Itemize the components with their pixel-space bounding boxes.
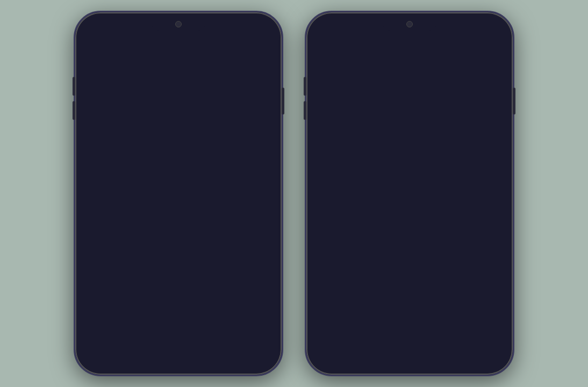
- check-icon-1: ✓: [99, 157, 104, 164]
- feature-1-text: Unthrottled, Uncapped & Unlimited Data: [106, 156, 192, 163]
- link-box: https://nomadinternet.referral-factory.c…: [322, 235, 497, 290]
- feature-3: ✓ Enterprise Level Security with WiFi 6: [99, 176, 192, 183]
- logo-rest: mad: [175, 46, 201, 60]
- svg-rect-6: [482, 252, 484, 254]
- product-info: NOMAD OMEGA: [99, 142, 154, 150]
- o-dot-2: [399, 55, 402, 58]
- phone2-desc: Copy the links below to send your friend…: [322, 112, 497, 146]
- phone-1: n mad INTERNET There's A Free Nomad Omeg…: [74, 11, 283, 376]
- phone2-referral: Once you refer 5 active referrals, your …: [322, 154, 497, 176]
- nomad-wordmark-2: n mad: [387, 46, 433, 60]
- screen-content-2: n mad INTERNET Jake, Give A Free Modem A…: [309, 15, 510, 372]
- logo-rest-2: mad: [406, 46, 432, 60]
- product-features: ✓ Unthrottled, Uncapped & Unlimited Data…: [99, 156, 192, 185]
- svg-rect-3: [484, 246, 486, 248]
- phone1-subtext: Jake invited you to Nomad Internet and h…: [91, 106, 266, 126]
- feature-1: ✓ Unthrottled, Uncapped & Unlimited Data: [99, 156, 192, 164]
- link-url: https://nomadinternet.referral-factory.c…: [331, 247, 469, 254]
- vol-down-btn-2: [304, 101, 306, 120]
- check-icon-2: ✓: [99, 167, 104, 174]
- nomad-sub-2: INTERNET: [387, 61, 433, 65]
- svg-rect-7: [485, 252, 487, 254]
- telegram-btn[interactable]: ✈: [466, 203, 487, 225]
- svg-rect-8: [482, 255, 484, 257]
- terms-checkbox[interactable]: [133, 290, 142, 299]
- twitter-btn[interactable]: 𝕏: [385, 203, 407, 225]
- logo-n-2: n: [387, 46, 395, 60]
- logo-container-2: n mad INTERNET: [322, 42, 497, 68]
- social-icons-row: f 📱 𝕏 ✉ in ✈: [322, 203, 497, 225]
- product-content: ✓ Unthrottled, Uncapped & Unlimited Data…: [99, 156, 257, 191]
- phone2-headline: Jake, Give A Free Modem And Get Free Int…: [322, 77, 497, 104]
- vol-up-btn: [73, 77, 75, 96]
- logo-container-1: n mad INTERNET: [91, 42, 266, 68]
- logo-o-wifi-2: [395, 47, 406, 59]
- facebook-btn[interactable]: f: [332, 203, 353, 225]
- terms-row: I agree to Terms & Conditions: [91, 290, 266, 299]
- nomad-logo-inner-1: n mad INTERNET: [145, 42, 212, 68]
- phone1-footer: Truly Unlimited Internet, No Data Caps, …: [91, 207, 266, 214]
- feature-2: ✓ Speed up to 200Mbps: [99, 166, 192, 174]
- o-arc-2: [398, 49, 403, 52]
- logo-n: n: [156, 46, 163, 60]
- svg-rect-1: [476, 246, 478, 248]
- modem-visual: [217, 146, 260, 194]
- power-btn-2: [513, 88, 515, 114]
- feature-3-text: Enterprise Level Security with WiFi 6: [106, 176, 185, 182]
- claim-button[interactable]: CLAIM YOUR FREE MODEM: [91, 307, 266, 331]
- checkbox-label: I agree to Terms & Conditions: [147, 291, 225, 298]
- modem-box: [217, 146, 254, 186]
- nomad-logo-2: n mad INTERNET: [376, 42, 443, 68]
- linkedin-btn[interactable]: in: [439, 203, 461, 225]
- o-arc: [167, 49, 172, 52]
- nomad-logo-1: n mad INTERNET: [145, 42, 212, 68]
- nomad-sub-1: INTERNET: [156, 61, 202, 65]
- check-icon-3: ✓: [99, 176, 104, 183]
- qr-icon: [474, 243, 489, 258]
- share-title: Share Your Free Modem Link: [322, 187, 497, 196]
- copy-link-button[interactable]: Copy Link: [323, 264, 496, 289]
- power-btn: [282, 88, 284, 114]
- screen-content-1: n mad INTERNET There's A Free Nomad Omeg…: [78, 15, 279, 372]
- modem-led: [221, 176, 224, 180]
- email-input[interactable]: [91, 262, 266, 284]
- phone1-get-title: Get Your Free Nomad Omega: [91, 220, 266, 228]
- whatsapp-btn[interactable]: 📱: [358, 203, 380, 225]
- phone1-headline: There's A Free Nomad Omega Modem Waiting…: [91, 77, 266, 101]
- product-name: NOMAD OMEGA: [99, 142, 154, 150]
- phone-screen-2: n mad INTERNET Jake, Give A Free Modem A…: [309, 15, 510, 372]
- checkbox-text: I agree to: [147, 291, 171, 298]
- phone-2: n mad INTERNET Jake, Give A Free Modem A…: [305, 11, 514, 376]
- phone-screen-1: n mad INTERNET There's A Free Nomad Omeg…: [78, 15, 279, 372]
- nomad-wordmark-1: n mad: [156, 46, 202, 60]
- vol-down-btn: [73, 101, 75, 120]
- o-dot: [168, 55, 171, 58]
- vol-up-btn-2: [304, 77, 306, 96]
- feature-2-text: Speed up to 200Mbps: [106, 166, 154, 173]
- first-name-input[interactable]: [91, 235, 266, 257]
- link-input-row: https://nomadinternet.referral-factory.c…: [323, 236, 496, 264]
- svg-rect-9: [485, 255, 487, 257]
- nomad-logo-inner-2: n mad INTERNET: [376, 42, 443, 68]
- svg-rect-5: [476, 253, 478, 255]
- logo-o-wifi: [163, 47, 175, 59]
- terms-link[interactable]: Terms & Conditions: [173, 291, 224, 298]
- email-btn[interactable]: ✉: [412, 203, 434, 225]
- product-box: NOMAD OMEGA n mad INTERNET: [91, 133, 266, 199]
